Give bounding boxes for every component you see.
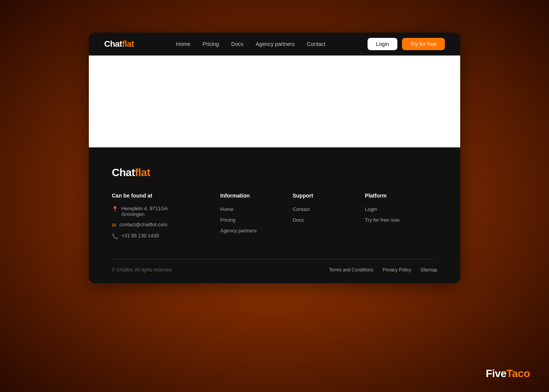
footer-address: 📍 Hereplein 4, 9711GA Groningen (112, 206, 220, 217)
footer-contact-heading: Can be found at (112, 193, 220, 199)
footer-information-heading: Information (220, 193, 292, 199)
footer-contact-col: Can be found at 📍 Hereplein 4, 9711GA Gr… (112, 193, 220, 244)
nav-buttons: Login Try for free (368, 38, 445, 50)
login-button[interactable]: Login (368, 38, 397, 50)
nav-item-pricing[interactable]: Pricing (203, 41, 219, 47)
footer-logo-orange: flat (135, 167, 150, 178)
footer-divider (112, 259, 437, 260)
phone-icon: 📞 (112, 233, 118, 239)
nav-item-home[interactable]: Home (176, 41, 190, 47)
navbar-logo: Chatflat (104, 39, 134, 49)
footer-info-home[interactable]: Home (220, 206, 292, 212)
footer-logo: Chatflat (112, 167, 437, 179)
navbar: Chatflat Home Pricing Docs Agency partne… (89, 33, 460, 56)
footer-platform-heading: Platform (365, 193, 437, 199)
footer-support-col: Support Contact Docs (292, 193, 365, 244)
fivetaco-five: Five (486, 368, 507, 379)
nav-item-contact[interactable]: Contact (307, 41, 325, 47)
footer-email: ✉ contact@chatflot.com (112, 222, 220, 228)
footer: Chatflat Can be found at 📍 Hereplein 4, … (89, 147, 460, 283)
footer-bottom: © Chatflot. All rights reserved. Terms a… (112, 267, 437, 283)
fivetaco-branding: FiveTaco (486, 368, 530, 380)
sitemap-link[interactable]: Sitemap (420, 267, 437, 273)
footer-phone: 📞 +31 85 130 1439 (112, 233, 220, 239)
footer-address-text: Hereplein 4, 9711GA Groningen (121, 206, 168, 217)
footer-platform-links: Login Try for free now (365, 206, 437, 223)
footer-platform-login[interactable]: Login (365, 206, 437, 212)
main-container: Chatflat Home Pricing Docs Agency partne… (89, 33, 460, 283)
fivetaco-taco: Taco (507, 368, 530, 379)
footer-logo-white: Chat (112, 167, 135, 178)
footer-legal-links: Terms and Conditions Privacy Policy Site… (329, 267, 437, 273)
location-icon: 📍 (112, 206, 118, 212)
terms-link[interactable]: Terms and Conditions (329, 267, 373, 273)
footer-support-contact[interactable]: Contact (292, 206, 365, 212)
logo-white-text: Chat (104, 39, 122, 49)
footer-copyright: © Chatflot. All rights reserved. (112, 267, 173, 273)
footer-information-links: Home Pricing Agency partners (220, 206, 292, 234)
footer-information-col: Information Home Pricing Agency partners (220, 193, 292, 244)
privacy-link[interactable]: Privacy Policy (382, 267, 411, 273)
footer-info-pricing[interactable]: Pricing (220, 216, 292, 223)
footer-columns: Can be found at 📍 Hereplein 4, 9711GA Gr… (112, 193, 437, 244)
footer-platform-try[interactable]: Try for free now (365, 216, 437, 223)
main-content-area (89, 56, 460, 147)
footer-support-links: Contact Docs (292, 206, 365, 223)
nav-links: Home Pricing Docs Agency partners Contac… (176, 41, 325, 47)
nav-item-docs[interactable]: Docs (231, 41, 243, 47)
footer-platform-col: Platform Login Try for free now (365, 193, 437, 244)
nav-item-agency[interactable]: Agency partners (256, 41, 295, 47)
email-icon: ✉ (112, 222, 116, 228)
try-for-free-button[interactable]: Try for free (402, 38, 445, 50)
footer-info-agency[interactable]: Agency partners (220, 227, 292, 234)
footer-support-docs[interactable]: Docs (292, 216, 365, 223)
logo-orange-text: flat (122, 39, 134, 49)
footer-support-heading: Support (292, 193, 365, 199)
